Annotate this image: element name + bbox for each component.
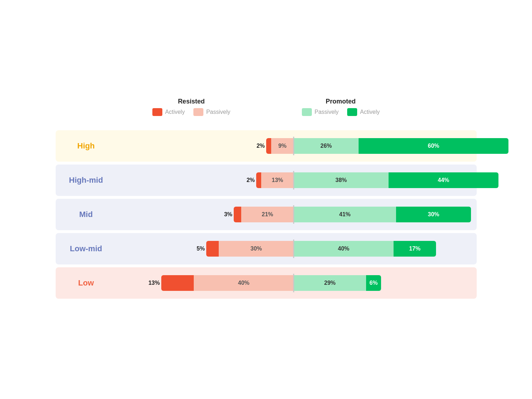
left-bars-high: 2%9% bbox=[111, 138, 294, 154]
actively-resist-pct-low: 13% bbox=[148, 280, 160, 286]
passively-promote-bar-low: 29% bbox=[294, 275, 366, 291]
label-high: High bbox=[56, 141, 111, 151]
center-line bbox=[293, 274, 294, 292]
actively-resist-bar-mid bbox=[234, 207, 241, 222]
row-mid: Mid3%21%41%30% bbox=[56, 199, 477, 230]
chart-rows: High2%9%26%60%High-mid2%13%38%44%Mid3%21… bbox=[56, 130, 477, 302]
right-bars-lowmid: 40%17% bbox=[294, 241, 477, 257]
actively-resist-color-swatch bbox=[152, 108, 162, 116]
actively-promote-bar-mid: 30% bbox=[396, 207, 471, 222]
label-highmid: High-mid bbox=[56, 176, 111, 185]
actively-resist-pct-highmid: 2% bbox=[247, 177, 255, 183]
actively-promote-bar-high: 60% bbox=[359, 138, 508, 154]
passively-resist-bar-high: 9% bbox=[271, 138, 294, 154]
label-mid: Mid bbox=[56, 210, 111, 219]
actively-resist-pct-lowmid: 5% bbox=[197, 246, 205, 252]
passively-promote-color-swatch bbox=[302, 108, 312, 116]
row-highmid: High-mid2%13%38%44% bbox=[56, 165, 477, 196]
left-bars-lowmid: 5%30% bbox=[111, 241, 294, 257]
passively-resist-color-swatch bbox=[193, 108, 203, 116]
passively-promote-label: Passively bbox=[315, 109, 339, 115]
chart-container: Resisted Actively Passively Promoted Pas… bbox=[34, 84, 498, 316]
passively-resist-bar-lowmid: 30% bbox=[219, 241, 294, 257]
bar-area-mid: 3%21%41%30% bbox=[111, 205, 477, 224]
legend-actively-promote: Actively bbox=[347, 108, 380, 116]
center-line bbox=[293, 171, 294, 190]
right-bars-low: 29%6% bbox=[294, 275, 477, 291]
bar-area-low: 13%40%29%6% bbox=[111, 274, 477, 292]
legend-passively-resist: Passively bbox=[193, 108, 230, 116]
legend-promoted-title: Promoted bbox=[326, 98, 356, 105]
actively-resist-bar-lowmid bbox=[206, 241, 219, 257]
passively-resist-bar-mid: 21% bbox=[241, 207, 294, 222]
legend-resisted: Resisted Actively Passively bbox=[152, 98, 230, 116]
center-line bbox=[293, 137, 294, 155]
actively-promote-label: Actively bbox=[360, 109, 380, 115]
bar-area-lowmid: 5%30%40%17% bbox=[111, 239, 477, 258]
right-bars-highmid: 38%44% bbox=[294, 172, 477, 188]
bar-area-high: 2%9%26%60% bbox=[111, 137, 477, 155]
passively-resist-bar-highmid: 13% bbox=[261, 172, 294, 188]
left-bars-mid: 3%21% bbox=[111, 207, 294, 222]
legend-resisted-items: Actively Passively bbox=[152, 108, 230, 116]
actively-promote-bar-highmid: 44% bbox=[389, 172, 498, 188]
legend: Resisted Actively Passively Promoted Pas… bbox=[56, 98, 477, 116]
actively-resist-bar-high bbox=[266, 138, 271, 154]
right-bars-mid: 41%30% bbox=[294, 207, 477, 222]
actively-resist-pct-high: 2% bbox=[257, 143, 265, 149]
actively-resist-bar-low bbox=[161, 275, 194, 291]
center-line bbox=[293, 205, 294, 224]
label-lowmid: Low-mid bbox=[56, 244, 111, 253]
actively-resist-pct-mid: 3% bbox=[224, 211, 232, 218]
row-lowmid: Low-mid5%30%40%17% bbox=[56, 233, 477, 264]
row-high: High2%9%26%60% bbox=[56, 130, 477, 162]
left-bars-low: 13%40% bbox=[111, 275, 294, 291]
passively-resist-bar-low: 40% bbox=[194, 275, 294, 291]
legend-resisted-title: Resisted bbox=[178, 98, 205, 105]
legend-actively-resist: Actively bbox=[152, 108, 185, 116]
right-bars-high: 26%60% bbox=[294, 138, 477, 154]
center-line bbox=[293, 239, 294, 258]
passively-promote-bar-high: 26% bbox=[294, 138, 359, 154]
legend-promoted: Promoted Passively Actively bbox=[302, 98, 380, 116]
passively-promote-bar-highmid: 38% bbox=[294, 172, 389, 188]
actively-resist-label: Actively bbox=[165, 109, 185, 115]
label-low: Low bbox=[56, 278, 111, 288]
passively-resist-label: Passively bbox=[206, 109, 230, 115]
bar-area-highmid: 2%13%38%44% bbox=[111, 171, 477, 190]
legend-promoted-items: Passively Actively bbox=[302, 108, 380, 116]
legend-passively-promote: Passively bbox=[302, 108, 339, 116]
actively-resist-bar-highmid bbox=[256, 172, 261, 188]
actively-promote-color-swatch bbox=[347, 108, 357, 116]
left-bars-highmid: 2%13% bbox=[111, 172, 294, 188]
row-low: Low13%40%29%6% bbox=[56, 267, 477, 299]
passively-promote-bar-lowmid: 40% bbox=[294, 241, 394, 257]
actively-promote-bar-low: 6% bbox=[366, 275, 381, 291]
passively-promote-bar-mid: 41% bbox=[294, 207, 396, 222]
actively-promote-bar-lowmid: 17% bbox=[394, 241, 436, 257]
